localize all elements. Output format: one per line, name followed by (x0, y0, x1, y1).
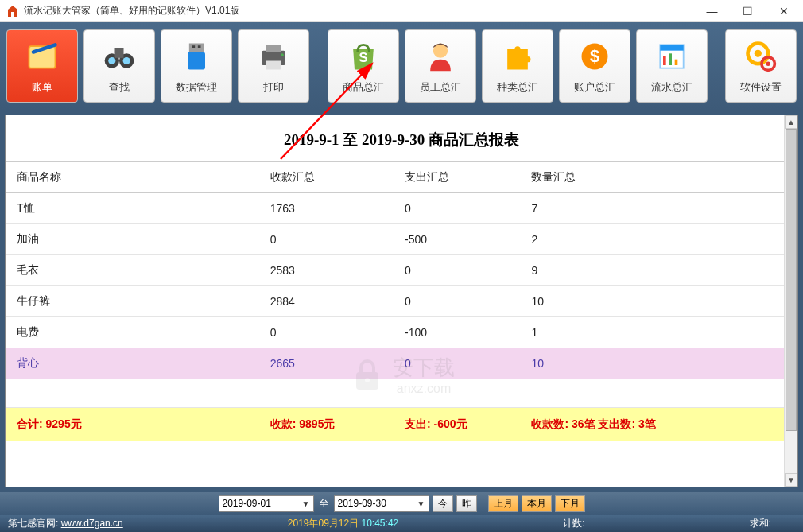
svg-rect-20 (660, 45, 683, 50)
cell-expense: 0 (394, 255, 520, 286)
content-area: 2019-9-1 至 2019-9-30 商品汇总报表 商品名称 收款汇总 支出… (0, 110, 803, 492)
category-summary-label: 种类总汇 (497, 80, 538, 95)
printer-icon (256, 39, 291, 74)
cell-name: 电费 (6, 317, 259, 348)
account-summary-label: 账户总汇 (574, 80, 615, 95)
this-month-button[interactable]: 本月 (522, 495, 552, 512)
maximize-button[interactable]: ☐ (730, 0, 766, 22)
cell-expense: -100 (394, 317, 520, 348)
date-from-input[interactable]: 2019-09-01▼ (219, 495, 314, 512)
person-icon (423, 39, 458, 74)
col-expense[interactable]: 支出汇总 (394, 162, 520, 193)
site-url[interactable]: www.d7gan.cn (61, 518, 123, 529)
svg-point-6 (123, 57, 130, 64)
table-row[interactable]: 电费0-1001 (6, 317, 797, 348)
product-summary-button[interactable]: S 商品总汇 (328, 29, 399, 103)
col-income[interactable]: 收款汇总 (259, 162, 394, 193)
report-panel: 2019-9-1 至 2019-9-30 商品汇总报表 商品名称 收款汇总 支出… (5, 115, 798, 487)
table-row[interactable]: 毛衣258309 (6, 255, 797, 286)
cell-name: 毛衣 (6, 255, 259, 286)
toolbar: 账单 查找 数据管理 打印 S 商品总汇 员工总汇 种类总汇 $ 账户总汇 流水… (0, 22, 803, 110)
site-label: 第七感官网: (8, 518, 58, 529)
employee-summary-button[interactable]: 员工总汇 (405, 29, 476, 103)
cell-qty: 2 (520, 224, 797, 255)
col-quantity[interactable]: 数量汇总 (520, 162, 797, 193)
account-summary-button[interactable]: $ 账户总汇 (559, 29, 630, 103)
data-manage-button[interactable]: 数据管理 (161, 29, 232, 103)
total-sum: 合计: 9295元 (6, 408, 259, 442)
cell-qty: 1 (520, 317, 797, 348)
cell-income: 2884 (259, 286, 394, 317)
bill-button[interactable]: 账单 (6, 29, 78, 103)
svg-rect-13 (266, 61, 281, 70)
dropdown-icon: ▼ (302, 499, 310, 508)
cell-expense: 0 (394, 193, 520, 224)
print-button[interactable]: 打印 (238, 29, 309, 103)
total-expense: 支出: -600元 (394, 408, 520, 442)
cell-qty: 7 (520, 193, 797, 224)
table-row[interactable]: 背心2665010 (6, 348, 797, 379)
cell-name: 加油 (6, 224, 259, 255)
date-to-input[interactable]: 2019-09-30▼ (334, 495, 429, 512)
cell-expense: 0 (394, 286, 520, 317)
cell-qty: 10 (520, 286, 797, 317)
status-time: 10:45:42 (362, 518, 399, 529)
search-button[interactable]: 查找 (83, 29, 155, 103)
print-label: 打印 (263, 80, 284, 95)
date-from-value: 2019-09-01 (223, 498, 271, 509)
today-button[interactable]: 今 (433, 495, 453, 512)
search-label: 查找 (109, 80, 130, 95)
report-table: 商品名称 收款汇总 支出汇总 数量汇总 T恤176307加油0-5002毛衣25… (6, 161, 797, 441)
report-icon (654, 39, 689, 74)
last-month-button[interactable]: 上月 (488, 495, 518, 512)
gear-icon (743, 39, 778, 74)
svg-rect-4 (115, 48, 124, 58)
window-controls: — ☐ ✕ (694, 0, 801, 22)
total-counts: 收款数: 36笔 支出数: 3笔 (520, 408, 797, 442)
table-row-blank (6, 379, 797, 408)
next-month-button[interactable]: 下月 (555, 495, 585, 512)
scroll-thumb[interactable] (786, 129, 797, 431)
table-row[interactable]: 加油0-5002 (6, 224, 797, 255)
status-count: 计数: (563, 517, 584, 530)
cell-income: 0 (259, 224, 394, 255)
svg-point-25 (755, 50, 762, 57)
scroll-down-button[interactable]: ▼ (785, 473, 797, 487)
category-summary-button[interactable]: 种类总汇 (482, 29, 553, 103)
dropdown-icon: ▼ (417, 499, 425, 508)
svg-rect-0 (11, 12, 14, 17)
svg-text:$: $ (589, 46, 599, 66)
scroll-up-button[interactable]: ▲ (785, 115, 797, 129)
flow-summary-label: 流水总汇 (651, 80, 692, 95)
close-button[interactable]: ✕ (766, 0, 801, 22)
bag-icon: S (346, 39, 381, 74)
flow-summary-button[interactable]: 流水总汇 (636, 29, 708, 103)
svg-rect-21 (663, 56, 666, 65)
table-row[interactable]: T恤176307 (6, 193, 797, 224)
cell-income: 0 (259, 317, 394, 348)
data-manage-label: 数据管理 (176, 80, 217, 95)
date-to-label: 至 (317, 496, 331, 511)
table-header-row: 商品名称 收款汇总 支出汇总 数量汇总 (6, 162, 797, 193)
cell-income: 1763 (259, 193, 394, 224)
cell-income: 2665 (259, 348, 394, 379)
cell-income: 2583 (259, 255, 394, 286)
svg-rect-7 (189, 44, 204, 52)
minimize-button[interactable]: — (694, 0, 730, 22)
cell-name: 牛仔裤 (6, 286, 259, 317)
svg-text:S: S (359, 50, 367, 64)
binoculars-icon (102, 39, 137, 74)
svg-point-27 (766, 61, 770, 66)
col-product-name[interactable]: 商品名称 (6, 162, 259, 193)
table-row[interactable]: 牛仔裤2884010 (6, 286, 797, 317)
cell-expense: -500 (394, 224, 520, 255)
yesterday-button[interactable]: 昨 (456, 495, 477, 512)
usb-icon (179, 39, 214, 74)
app-icon (6, 5, 19, 17)
svg-rect-8 (188, 52, 205, 70)
settings-button[interactable]: 软件设置 (725, 29, 797, 103)
vertical-scrollbar[interactable]: ▲ ▼ (784, 115, 797, 487)
svg-point-14 (281, 53, 284, 56)
date-to-value: 2019-09-30 (338, 498, 386, 509)
svg-rect-9 (192, 45, 196, 48)
